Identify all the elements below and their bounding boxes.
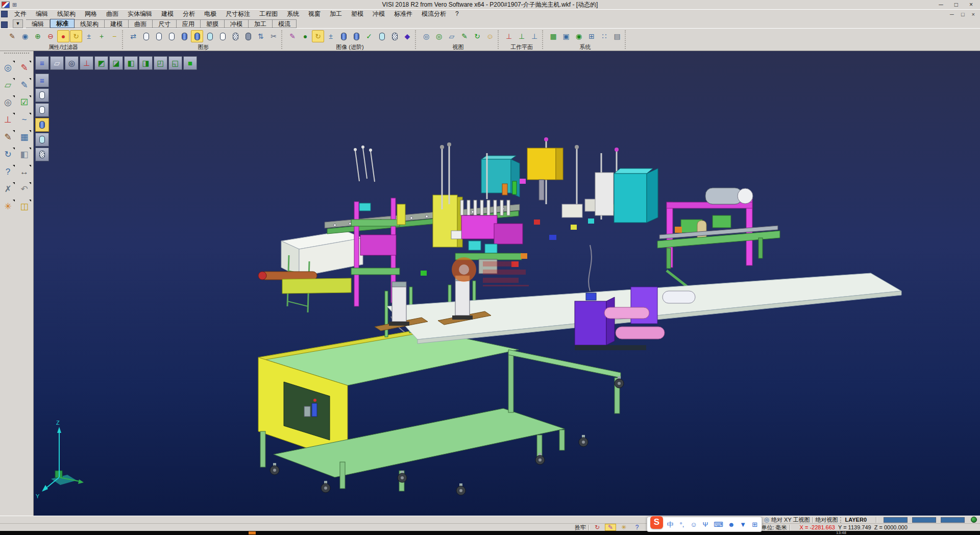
menu-window[interactable]: 视窗 [304,10,325,18]
dashed-hidden-icon[interactable] [165,30,178,42]
toolbox-icon[interactable]: ⊞ [751,521,758,528]
tab-apply[interactable]: 应用 [177,19,201,28]
measure-icon[interactable]: ↔ [17,164,32,179]
snapshot-icon[interactable]: ✂ [267,30,280,42]
attributes-icon[interactable]: ✎ [1,130,15,144]
render-icon[interactable]: ☺ [484,30,496,42]
tab-surface[interactable]: 曲面 [129,19,153,28]
advanced-refresh-icon[interactable]: ↻ [312,30,324,42]
mdi-minimize-button[interactable]: ─ [950,11,954,17]
view-left-icon[interactable]: ◰ [154,56,167,70]
menu-surface[interactable]: 曲面 [102,10,123,18]
add-visible-icon[interactable]: ⊕ [32,30,44,42]
mdi-close-button[interactable]: × [972,11,975,17]
shield-icon[interactable]: ◆ [401,30,413,42]
hide-all-icon[interactable]: − [108,30,120,42]
view-mode-selector[interactable]: 绝对视图 [816,516,838,524]
tab-edit[interactable]: 编辑 [26,19,50,28]
mdi-restore-button[interactable]: □ [961,11,965,17]
annotate-pen-icon[interactable]: ✎ [605,524,616,531]
advanced-toggle-icon[interactable]: ± [325,30,337,42]
menu-analysis[interactable]: 分析 [178,10,200,18]
key-icon[interactable]: ✳ [618,524,629,531]
delete-trash-icon[interactable]: ✗ [1,182,15,197]
view-back-icon[interactable]: ◨ [139,56,153,70]
menu-wireframe[interactable]: 线架构 [53,10,80,18]
view-bottom-icon[interactable]: ◪ [109,56,123,70]
zoom-extents-icon[interactable]: ◎ [420,30,432,42]
keyboard-icon[interactable]: ⌨ [714,521,723,528]
units-indicator[interactable]: 单位: 毫米 [761,524,787,531]
person-icon[interactable]: ☻ [728,521,735,528]
flat-display-icon[interactable] [216,30,229,42]
undo-side-icon[interactable]: ↶ [17,182,32,197]
annotate-view-icon[interactable]: ✎ [458,30,471,42]
menu-file[interactable]: 文件 [10,10,31,18]
workplane-edit-icon[interactable]: ⊥ [528,30,541,42]
help-status-icon[interactable]: ? [631,524,643,531]
view-attributes-icon[interactable]: ◉ [19,30,31,42]
hidden-line-icon[interactable] [153,30,165,42]
tab-dimension[interactable]: 尺寸 [153,19,177,28]
menu-dimension[interactable]: 尺寸标注 [221,10,255,18]
dynamic-view-icon[interactable]: ▱ [446,30,458,42]
viewbar-zoom-icon[interactable]: ◎ [65,56,79,70]
solid-cube-icon[interactable]: ◧ [17,147,32,162]
advanced-filter-icon[interactable]: ● [299,30,311,42]
menu-machining[interactable]: 加工 [325,10,347,18]
menu-edit[interactable]: 编辑 [31,10,53,18]
tabbar-dropdown-icon[interactable]: ▼ [13,19,23,28]
lock-toggle[interactable]: 拴牢 [575,524,586,531]
view-top-icon[interactable]: ◩ [94,56,108,70]
display-hidden-icon[interactable] [35,103,49,117]
curve-icon[interactable]: ~ [17,112,32,127]
tab-modeling[interactable]: 建模 [105,19,129,28]
sogou-logo-icon[interactable]: S [650,516,663,529]
tab-machining[interactable]: 加工 [249,19,273,28]
menu-mould[interactable]: 塑模 [347,10,368,18]
menu-die[interactable]: 冲模 [368,10,389,18]
advanced-edit-view-icon[interactable]: ✎ [286,30,299,42]
menu-solid-edit[interactable]: 实体编辑 [123,10,157,18]
display-shaded-icon[interactable] [35,118,49,132]
maximize-button[interactable]: □ [954,1,958,8]
grid-window-icon[interactable]: ▦ [17,130,32,144]
layers-icon[interactable]: ▤ [611,30,623,42]
plot-icon[interactable]: ⊞ [11,1,18,9]
navigate-wheel-icon[interactable]: ✳ [1,199,15,214]
select-zoom-icon[interactable]: ◎ [1,60,15,75]
punctuation-icon[interactable]: °, [678,521,685,528]
globe-icon[interactable]: ◉ [573,30,585,42]
delete-graphics-icon[interactable] [242,30,254,42]
skin-icon[interactable]: ▼ [740,521,747,528]
view-iso-icon[interactable]: ■ [183,56,197,70]
menu-drawing[interactable]: 工程图 [255,10,282,18]
minimize-button[interactable]: ─ [939,1,943,8]
zoom-window-icon[interactable]: ◎ [433,30,445,42]
tab-flow[interactable]: 模流 [273,19,297,28]
advanced-shaded2-icon[interactable] [350,30,362,42]
advanced-shaded-icon[interactable] [337,30,350,42]
layer-selector[interactable]: LAYER0 [845,517,867,523]
close-button[interactable]: × [969,1,973,8]
confirm-icon[interactable]: ☑ [17,95,32,110]
refresh-view-icon[interactable]: ↻ [471,30,483,42]
workplane-indicator[interactable]: 绝对 XY 工视图 [771,516,810,524]
refresh-visibility-icon[interactable]: ↻ [70,30,82,42]
monitor-icon[interactable]: ▣ [560,30,572,42]
color-grid-icon[interactable]: ▦ [547,30,559,42]
menu-modeling[interactable]: 建模 [157,10,178,18]
table-icon[interactable]: ⊞ [585,30,598,42]
display-translucent-icon[interactable] [35,133,49,147]
zoom-solid-icon[interactable]: ◎ [1,95,15,110]
menu-electrode[interactable]: 电极 [200,10,221,18]
remove-visible-icon[interactable]: ⊖ [44,30,57,42]
open-folder-icon[interactable]: ◫ [17,199,32,214]
sketch-icon[interactable]: ✎ [17,78,32,92]
menu-help[interactable]: ? [451,10,463,18]
edit-delete-icon[interactable]: ✎ [17,60,32,75]
advanced-translucent-icon[interactable] [376,30,388,42]
menu-standard-parts[interactable]: 标准件 [389,10,417,18]
increments-icon[interactable]: ∷ [598,30,610,42]
wireframe-icon[interactable] [140,30,152,42]
